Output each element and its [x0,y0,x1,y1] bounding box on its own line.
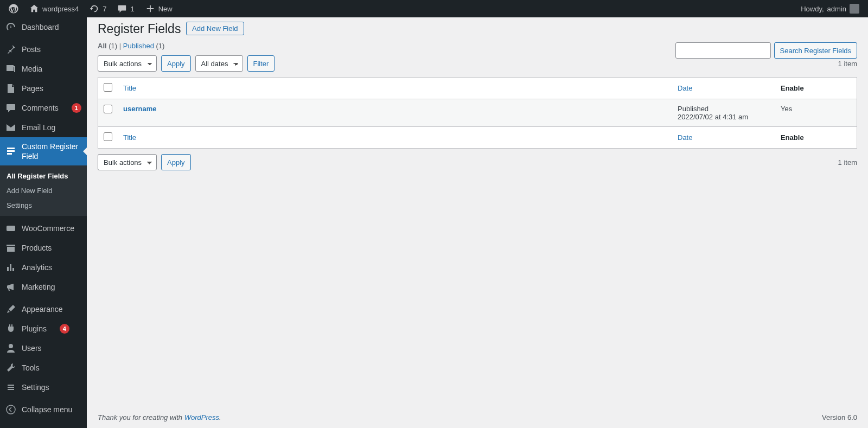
sidebar-item-analytics[interactable]: Analytics [0,258,87,277]
sidebar-subitem-add-new-field[interactable]: Add New Field [0,183,87,198]
sidebar-item-comments[interactable]: Comments 1 [0,98,87,118]
sidebar-item-media[interactable]: Media [0,59,87,79]
sidebar-item-woocommerce[interactable]: WooCommerce [0,219,87,238]
view-published-count: (1) [156,42,165,50]
sidebar-label-dashboard: Dashboard [22,22,59,32]
sidebar-label-users: Users [22,343,42,353]
row-enable: Yes [775,99,857,126]
pin-icon [5,44,16,55]
users-icon [5,343,16,354]
sidebar-item-dashboard[interactable]: Dashboard [0,17,87,37]
table-row: username Published2022/07/02 at 4:31 am … [98,99,857,126]
row-checkbox[interactable] [104,105,112,113]
email-icon [5,122,16,133]
site-name: wordpress4 [42,5,79,13]
sidebar-item-custom-register-field[interactable]: Custom Register Field [0,137,87,165]
sidebar-item-pages[interactable]: Pages [0,79,87,98]
select-all-checkbox-top[interactable] [104,83,112,92]
sidebar-label-email-log: Email Log [22,123,55,132]
wp-logo[interactable] [4,0,23,17]
sidebar-item-plugins[interactable]: Plugins 4 [0,319,87,338]
search-box: Search Register Fields [675,42,858,59]
content-wrap: Screen Options▼ Register Fields Add New … [87,0,868,208]
sidebar-label-posts: Posts [22,44,41,54]
search-input[interactable] [675,42,771,59]
bulk-actions-select-top[interactable]: Bulk actions [98,55,157,72]
items-count-top: 1 item [838,60,857,68]
sidebar-label-tools: Tools [22,363,40,373]
sidebar-item-appearance[interactable]: Appearance [0,299,87,319]
items-count-bottom: 1 item [838,158,857,167]
site-name-link[interactable]: wordpress4 [25,0,83,17]
form-icon [5,146,16,157]
bulk-actions-select-bottom[interactable]: Bulk actions [98,154,157,170]
sidebar-label-custom-register-field: Custom Register Field [22,142,81,161]
my-account[interactable]: Howdy, admin [796,0,864,17]
sidebar-item-email-log[interactable]: Email Log [0,118,87,137]
howdy-user: admin [827,5,846,13]
avatar-icon [850,4,859,14]
howdy-prefix: Howdy, [801,5,824,13]
column-footer-enable: Enable [775,126,857,148]
view-all[interactable]: All [98,42,107,50]
dates-select[interactable]: All dates [195,55,243,72]
svg-rect-0 [7,226,15,231]
search-button[interactable]: Search Register Fields [774,42,858,59]
sidebar-label-plugins: Plugins [22,324,47,334]
media-icon [5,63,16,74]
page-icon [5,83,16,94]
apply-button-bottom[interactable]: Apply [161,154,191,170]
sidebar-item-posts[interactable]: Posts [0,40,87,59]
sidebar-label-appearance: Appearance [22,304,63,314]
comments-count: 1 [130,5,134,13]
page-title: Register Fields [98,22,181,36]
admin-sidebar: Dashboard Posts Media Pages Comments 1 E… [0,17,87,428]
sidebar-subitem-all-register-fields[interactable]: All Register Fields [0,169,87,183]
column-footer-title[interactable]: Title [118,126,672,148]
view-published[interactable]: Published [123,42,154,50]
footer-thanks: Thank you for creating with WordPress. [98,413,221,421]
comment-icon [5,103,16,113]
archive-icon [5,242,16,253]
wordpress-icon [9,4,18,14]
sidebar-collapse[interactable]: Collapse menu [0,400,87,419]
row-title-link[interactable]: username [123,105,156,113]
sidebar-item-tools[interactable]: Tools [0,358,87,378]
woocommerce-icon [5,223,16,234]
column-footer-date[interactable]: Date [672,126,775,148]
sidebar-label-settings: Settings [22,382,49,392]
new-content-link[interactable]: New [141,0,177,17]
plus-icon [145,4,155,14]
comments-link[interactable]: 1 [113,0,138,17]
home-icon [29,4,39,14]
add-new-field-button[interactable]: Add New Field [186,22,244,35]
updates-count: 7 [103,5,106,13]
megaphone-icon [5,282,16,292]
column-header-date[interactable]: Date [672,78,775,99]
view-all-count: (1) [108,42,117,50]
sidebar-subitem-settings[interactable]: Settings [0,198,87,213]
apply-button-top[interactable]: Apply [161,55,191,72]
sidebar-label-comments: Comments [22,103,59,113]
plugin-icon [5,323,16,334]
sidebar-item-users[interactable]: Users [0,338,87,358]
sidebar-item-marketing[interactable]: Marketing [0,277,87,297]
sidebar-submenu: All Register Fields Add New Field Settin… [0,165,87,216]
filter-button[interactable]: Filter [247,55,275,72]
column-header-enable: Enable [775,78,857,99]
comment-icon [117,4,127,14]
sidebar-item-products[interactable]: Products [0,238,87,258]
sidebar-label-media: Media [22,64,42,74]
tablenav-bottom: Bulk actions Apply 1 item [98,154,857,170]
comments-badge: 1 [72,103,81,113]
svg-point-1 [7,405,15,414]
updates-link[interactable]: 7 [85,0,111,17]
admin-bar: wordpress4 7 1 New Howdy, admin [0,0,868,17]
column-header-title[interactable]: Title [118,78,672,99]
select-all-checkbox-bottom[interactable] [104,132,112,141]
view-separator: | [119,42,123,50]
footer-version: Version 6.0 [822,413,857,421]
sidebar-item-settings[interactable]: Settings [0,378,87,397]
settings-icon [5,382,16,393]
wordpress-link[interactable]: WordPress [184,413,219,421]
